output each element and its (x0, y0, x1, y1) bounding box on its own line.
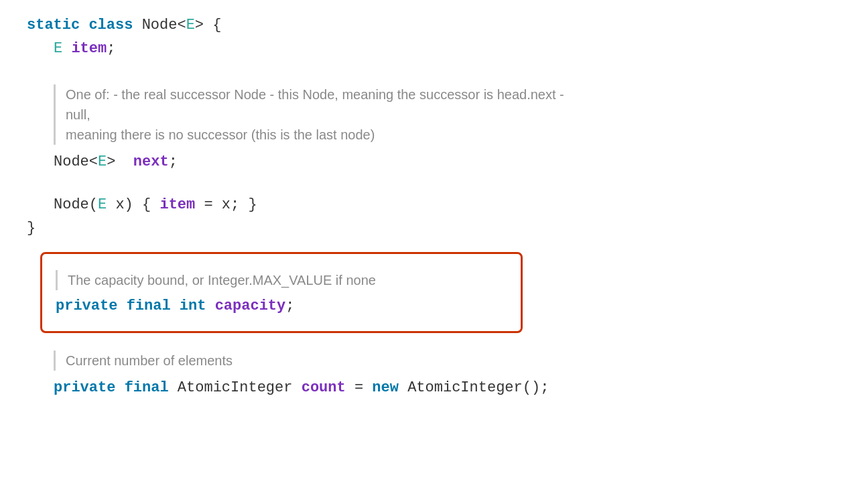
field-item: item (71, 37, 107, 60)
keyword-new: new (372, 376, 407, 399)
field-next: next (133, 150, 169, 174)
code-line-4: Node(E x) { item = x; } (20, 193, 847, 216)
type-E-4: E (98, 193, 107, 216)
keyword-final-2: final (125, 376, 178, 399)
code-line-3: Node<E> next; (20, 150, 847, 174)
field-item-2: item (159, 193, 195, 216)
keyword-class: class (88, 13, 141, 37)
field-count: count (302, 376, 346, 399)
code-line-1: static class Node<E> { (20, 13, 847, 37)
empty-line-2 (20, 174, 847, 193)
comment-next: One of: - the real successor Node - this… (54, 84, 590, 145)
comment-count: Current number of elements (54, 351, 590, 371)
empty-line-1 (20, 60, 847, 79)
type-atomic: AtomicInteger (178, 376, 302, 399)
type-E-3: E (98, 150, 107, 174)
keyword-final: final (127, 294, 180, 318)
field-capacity: capacity (215, 294, 286, 318)
node-close: > { (195, 13, 222, 37)
keyword-private: private (56, 294, 127, 318)
code-line-5: } (20, 216, 847, 240)
comment-capacity: The capacity bound, or Integer.MAX_VALUE… (56, 270, 507, 290)
highlight-capacity-box: The capacity bound, or Integer.MAX_VALUE… (40, 252, 523, 333)
code-line-2: E item; (20, 37, 847, 60)
code-line-capacity: private final int capacity; (56, 294, 507, 318)
type-E-2: E (54, 37, 62, 60)
keyword-static: static (27, 13, 88, 37)
code-viewer: static class Node<E> { E item; One of: -… (0, 0, 847, 504)
type-E: E (186, 13, 195, 37)
code-line-count: private final AtomicInteger count = new … (20, 376, 847, 399)
keyword-int: int (180, 294, 206, 318)
node-open: Node< (142, 13, 186, 37)
keyword-private-2: private (54, 376, 125, 399)
